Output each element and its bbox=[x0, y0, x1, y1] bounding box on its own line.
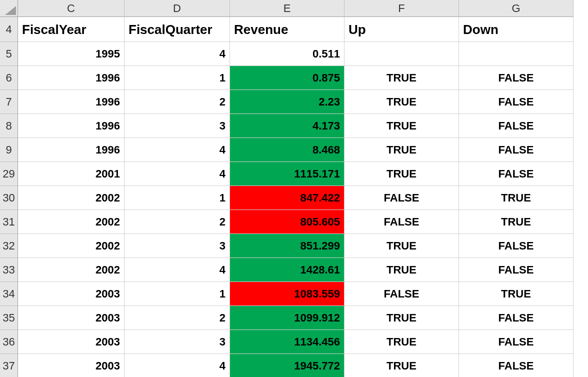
cell-d-6[interactable]: 1 bbox=[124, 66, 230, 90]
cell-f-36[interactable]: TRUE bbox=[344, 330, 459, 354]
cell-e-6[interactable]: 0.875 bbox=[230, 66, 344, 90]
cell-e-29[interactable]: 1115.171 bbox=[230, 162, 344, 186]
cell-e-32[interactable]: 851.299 bbox=[230, 234, 344, 258]
cell-e-35[interactable]: 1099.912 bbox=[230, 306, 344, 330]
cell-e-8[interactable]: 4.173 bbox=[230, 114, 344, 138]
cell-f-29[interactable]: TRUE bbox=[344, 162, 459, 186]
cell-c-32[interactable]: 2002 bbox=[18, 234, 124, 258]
cell-e-7[interactable]: 2.23 bbox=[230, 90, 344, 114]
cell-e-33[interactable]: 1428.61 bbox=[230, 258, 344, 282]
cell-e-9[interactable]: 8.468 bbox=[230, 138, 344, 162]
cell-g-35[interactable]: FALSE bbox=[459, 306, 574, 330]
row-header-9[interactable]: 9 bbox=[0, 138, 18, 162]
cell-g-31[interactable]: TRUE bbox=[459, 210, 574, 234]
cell-e-30[interactable]: 847.422 bbox=[230, 186, 344, 210]
cell-g-33[interactable]: FALSE bbox=[459, 258, 574, 282]
cell-g-37[interactable]: FALSE bbox=[459, 354, 574, 377]
cell-c-5[interactable]: 1995 bbox=[18, 42, 124, 66]
cell-d-34[interactable]: 1 bbox=[124, 282, 230, 306]
row-header-4[interactable]: 4 bbox=[0, 17, 18, 42]
row-header-30[interactable]: 30 bbox=[0, 186, 18, 210]
cell-c-35[interactable]: 2003 bbox=[18, 306, 124, 330]
row-header-7[interactable]: 7 bbox=[0, 90, 18, 114]
row-header-5[interactable]: 5 bbox=[0, 42, 18, 66]
select-all-corner[interactable] bbox=[0, 0, 18, 17]
cell-e-36[interactable]: 1134.456 bbox=[230, 330, 344, 354]
row-header-37[interactable]: 37 bbox=[0, 354, 18, 377]
cell-c-37[interactable]: 2003 bbox=[18, 354, 124, 377]
header-cell-d[interactable]: FiscalQuarter bbox=[124, 17, 230, 42]
cell-c-31[interactable]: 2002 bbox=[18, 210, 124, 234]
cell-d-29[interactable]: 4 bbox=[124, 162, 230, 186]
cell-f-34[interactable]: FALSE bbox=[344, 282, 459, 306]
cell-g-6[interactable]: FALSE bbox=[459, 66, 574, 90]
header-cell-c[interactable]: FiscalYear bbox=[18, 17, 124, 42]
row-header-34[interactable]: 34 bbox=[0, 282, 18, 306]
header-cell-g[interactable]: Down bbox=[459, 17, 574, 42]
row-header-31[interactable]: 31 bbox=[0, 210, 18, 234]
row-header-32[interactable]: 32 bbox=[0, 234, 18, 258]
cell-d-36[interactable]: 3 bbox=[124, 330, 230, 354]
cell-d-31[interactable]: 2 bbox=[124, 210, 230, 234]
cell-c-33[interactable]: 2002 bbox=[18, 258, 124, 282]
cell-c-6[interactable]: 1996 bbox=[18, 66, 124, 90]
cell-e-34[interactable]: 1083.559 bbox=[230, 282, 344, 306]
cell-g-34[interactable]: TRUE bbox=[459, 282, 574, 306]
cell-d-30[interactable]: 1 bbox=[124, 186, 230, 210]
header-cell-e[interactable]: Revenue bbox=[230, 17, 344, 42]
row-header-29[interactable]: 29 bbox=[0, 162, 18, 186]
spreadsheet-grid[interactable]: C D E F G 4FiscalYearFiscalQuarterRevenu… bbox=[0, 0, 588, 377]
cell-f-30[interactable]: FALSE bbox=[344, 186, 459, 210]
cell-f-37[interactable]: TRUE bbox=[344, 354, 459, 377]
cell-f-5[interactable] bbox=[344, 42, 459, 66]
cell-d-7[interactable]: 2 bbox=[124, 90, 230, 114]
cell-d-9[interactable]: 4 bbox=[124, 138, 230, 162]
cell-f-31[interactable]: FALSE bbox=[344, 210, 459, 234]
col-header-e[interactable]: E bbox=[230, 0, 344, 17]
cell-g-5[interactable] bbox=[459, 42, 574, 66]
cell-g-9[interactable]: FALSE bbox=[459, 138, 574, 162]
cell-d-37[interactable]: 4 bbox=[124, 354, 230, 377]
col-header-f[interactable]: F bbox=[344, 0, 459, 17]
cell-e-31[interactable]: 805.605 bbox=[230, 210, 344, 234]
row-header-6[interactable]: 6 bbox=[0, 66, 18, 90]
cell-g-32[interactable]: FALSE bbox=[459, 234, 574, 258]
cell-d-5[interactable]: 4 bbox=[124, 42, 230, 66]
cell-d-33[interactable]: 4 bbox=[124, 258, 230, 282]
cell-c-7[interactable]: 1996 bbox=[18, 90, 124, 114]
cell-f-33[interactable]: TRUE bbox=[344, 258, 459, 282]
cell-f-8[interactable]: TRUE bbox=[344, 114, 459, 138]
cell-g-36[interactable]: FALSE bbox=[459, 330, 574, 354]
col-header-c[interactable]: C bbox=[18, 0, 124, 17]
cell-d-35[interactable]: 2 bbox=[124, 306, 230, 330]
cell-e-5[interactable]: 0.511 bbox=[230, 42, 344, 66]
cell-e-37[interactable]: 1945.772 bbox=[230, 354, 344, 377]
row-header-36[interactable]: 36 bbox=[0, 330, 18, 354]
cell-f-9[interactable]: TRUE bbox=[344, 138, 459, 162]
cell-g-8[interactable]: FALSE bbox=[459, 114, 574, 138]
cell-f-32[interactable]: TRUE bbox=[344, 234, 459, 258]
row-header-35[interactable]: 35 bbox=[0, 306, 18, 330]
col-header-g[interactable]: G bbox=[459, 0, 574, 17]
cell-c-29[interactable]: 2001 bbox=[18, 162, 124, 186]
cell-f-35[interactable]: TRUE bbox=[344, 306, 459, 330]
row-header-33[interactable]: 33 bbox=[0, 258, 18, 282]
cell-c-36[interactable]: 2003 bbox=[18, 330, 124, 354]
cell-c-34[interactable]: 2003 bbox=[18, 282, 124, 306]
cell-f-6[interactable]: TRUE bbox=[344, 66, 459, 90]
cell-c-30[interactable]: 2002 bbox=[18, 186, 124, 210]
select-all-triangle-icon bbox=[5, 6, 16, 15]
header-cell-f[interactable]: Up bbox=[344, 17, 459, 42]
cell-c-8[interactable]: 1996 bbox=[18, 114, 124, 138]
row-header-8[interactable]: 8 bbox=[0, 114, 18, 138]
cell-d-32[interactable]: 3 bbox=[124, 234, 230, 258]
cell-c-9[interactable]: 1996 bbox=[18, 138, 124, 162]
cell-d-8[interactable]: 3 bbox=[124, 114, 230, 138]
cell-g-7[interactable]: FALSE bbox=[459, 90, 574, 114]
cell-g-29[interactable]: FALSE bbox=[459, 162, 574, 186]
cell-g-30[interactable]: TRUE bbox=[459, 186, 574, 210]
cell-f-7[interactable]: TRUE bbox=[344, 90, 459, 114]
col-header-d[interactable]: D bbox=[124, 0, 230, 17]
